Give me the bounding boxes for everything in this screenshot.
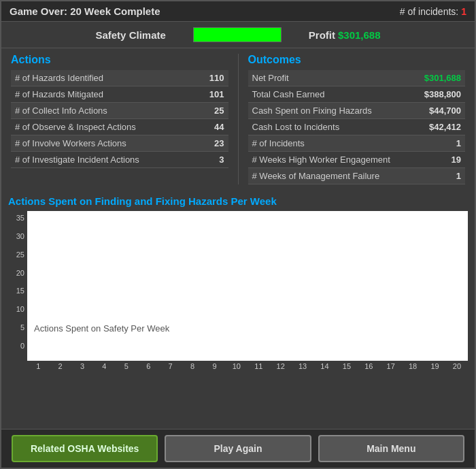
outcome-value: $301,688 (424, 73, 461, 83)
y-axis-label: 10 (8, 305, 24, 313)
outcome-row: Cash Spent on Fixing Hazards$44,700 (248, 103, 466, 119)
incidents-container: # of incidents: 1 (400, 6, 466, 17)
y-axis-label: 15 (8, 287, 24, 295)
outcome-value: 1 (456, 171, 461, 181)
x-axis-label: 1 (27, 362, 49, 370)
action-value: 110 (204, 73, 224, 83)
x-axis-label: 18 (402, 362, 424, 370)
action-value: 101 (204, 89, 224, 99)
x-axis-label: 10 (226, 362, 248, 370)
x-axis-label: 12 (269, 362, 291, 370)
outcome-label: Cash Spent on Fixing Hazards (252, 106, 372, 116)
climate-row: Safety Climate Profit $301,688 (1, 22, 475, 48)
action-label: # of Collect Info Actions (15, 106, 107, 116)
x-axis-label: 3 (71, 362, 93, 370)
header: Game Over: 20 Week Complete # of inciden… (1, 1, 475, 22)
outcome-label: Cash Lost to Incidents (252, 122, 340, 132)
outcome-value: 19 (452, 155, 461, 165)
action-label: # of Observe & Inspect Actions (15, 122, 136, 132)
x-axis-label: 7 (159, 362, 181, 370)
y-axis-label: 0 (8, 342, 24, 350)
outcome-value: $42,412 (429, 122, 461, 132)
action-label: # of Involve Workers Actions (15, 138, 126, 148)
outcome-label: # Weeks High Worker Engagement (252, 155, 390, 165)
actions-column: Actions # of Hazards Identified110# of H… (8, 48, 231, 190)
y-axis-label: 5 (8, 323, 24, 331)
column-divider (238, 54, 239, 184)
outcomes-rows: Net Profit$301,688Total Cash Earned$388,… (248, 70, 466, 184)
y-axis-label: 20 (8, 269, 24, 277)
incidents-value: 1 (461, 6, 466, 17)
action-row: # of Hazards Identified110 (11, 70, 228, 86)
x-axis-label: 17 (380, 362, 402, 370)
profit-label: Profit (309, 29, 335, 41)
chart-title: Actions Spent on Finding and Fixing Haza… (8, 195, 468, 207)
x-axis-label: 2 (49, 362, 71, 370)
game-title: Game Over: 20 Week Complete (10, 5, 160, 17)
outcome-label: Total Cash Earned (252, 89, 325, 99)
climate-bar (194, 28, 281, 42)
outcome-value: $388,800 (424, 89, 461, 99)
profit-container: Profit $301,688 (309, 29, 381, 41)
x-axis-label: 13 (292, 362, 313, 370)
action-row: # of Observe & Inspect Actions44 (11, 119, 228, 135)
y-axis: 35302520151050 (8, 211, 27, 361)
climate-bar-container (193, 27, 282, 42)
outcome-row: # Weeks of Management Failure1 (248, 168, 466, 184)
action-label: # of Hazards Identified (15, 73, 103, 83)
y-axis-label: 35 (8, 214, 24, 222)
action-row: # of Involve Workers Actions23 (11, 135, 228, 152)
action-row: # of Investigate Incident Actions3 (11, 152, 228, 168)
x-axis-label: 16 (358, 362, 379, 370)
outcome-row: # Weeks High Worker Engagement19 (248, 152, 466, 168)
climate-label: Safety Climate (95, 29, 165, 41)
chart-inner-label: Actions Spent on Safety Per Week (34, 323, 169, 334)
x-axis-label: 15 (336, 362, 358, 370)
x-axis-label: 6 (137, 362, 159, 370)
profit-value: $301,688 (338, 29, 381, 41)
action-value: 3 (204, 155, 224, 165)
outcome-value: 1 (456, 138, 461, 148)
chart-section: Actions Spent on Finding and Fixing Haza… (1, 190, 475, 429)
chart-area: 35302520151050 Actions Spent on Safety P… (8, 211, 468, 361)
outcome-row: Total Cash Earned$388,800 (248, 86, 466, 103)
outcome-label: # of Incidents (252, 138, 305, 148)
incidents-label: # of incidents: (400, 6, 458, 17)
action-label: # of Investigate Incident Actions (15, 155, 139, 165)
action-row: # of Hazards Mitigated101 (11, 86, 228, 103)
outcome-label: Net Profit (252, 73, 289, 83)
play-again-button[interactable]: Play Again (165, 435, 311, 462)
outcome-row: Cash Lost to Incidents$42,412 (248, 119, 466, 135)
outcome-value: $44,700 (429, 106, 461, 116)
y-axis-label: 30 (8, 232, 24, 240)
x-axis: 1234567891011121314151617181920 (27, 361, 468, 372)
stats-row: Actions # of Hazards Identified110# of H… (1, 48, 475, 190)
action-value: 25 (204, 106, 224, 116)
action-row: # of Collect Info Actions25 (11, 103, 228, 119)
x-axis-label: 19 (424, 362, 445, 370)
outcome-row: Net Profit$301,688 (248, 70, 466, 86)
action-value: 23 (204, 138, 224, 148)
x-axis-label: 8 (182, 362, 203, 370)
outcome-label: # Weeks of Management Failure (252, 171, 380, 181)
x-axis-label: 4 (93, 362, 115, 370)
action-label: # of Hazards Mitigated (15, 89, 103, 99)
actions-rows: # of Hazards Identified110# of Hazards M… (11, 70, 228, 168)
x-axis-label: 20 (446, 362, 468, 370)
chart-canvas: Actions Spent on Safety Per Week (27, 211, 468, 361)
x-axis-label: 14 (313, 362, 335, 370)
actions-heading: Actions (11, 54, 228, 66)
main-menu-button[interactable]: Main Menu (318, 435, 464, 462)
x-axis-label: 9 (203, 362, 225, 370)
outcomes-heading: Outcomes (248, 54, 466, 66)
action-value: 44 (204, 122, 224, 132)
outcome-row: # of Incidents1 (248, 135, 466, 152)
y-axis-label: 25 (8, 250, 24, 259)
x-axis-label: 5 (116, 362, 137, 370)
footer: Related OSHA Websites Play Again Main Me… (1, 429, 475, 468)
x-axis-label: 11 (248, 362, 269, 370)
outcomes-column: Outcomes Net Profit$301,688Total Cash Ea… (245, 48, 469, 190)
osha-button[interactable]: Related OSHA Websites (12, 435, 158, 462)
